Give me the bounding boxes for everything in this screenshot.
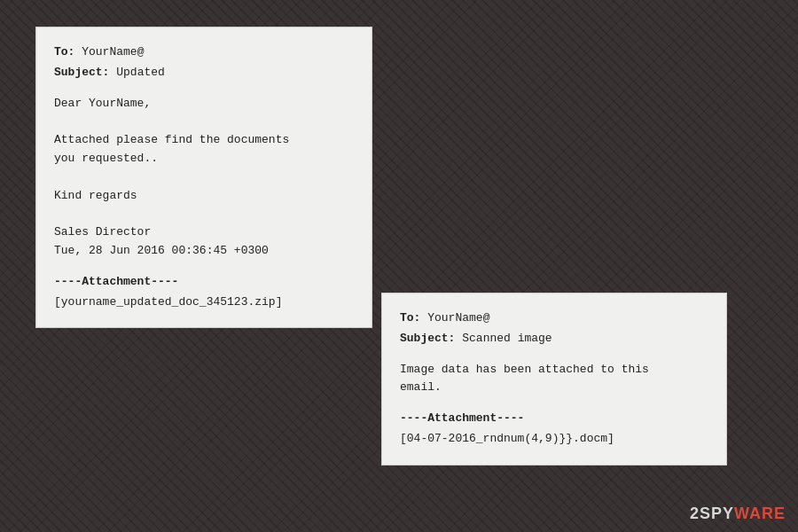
email2-to-label: To: xyxy=(400,311,420,325)
email2-subject-line: Subject: Scanned image xyxy=(400,330,708,348)
email1-body: Dear YourName, Attached please find the … xyxy=(54,95,354,261)
watermark-spy: SPY xyxy=(700,505,734,522)
email2-attachment: ----Attachment---- [04-07-2016_rndnum(4,… xyxy=(400,410,708,449)
email-card-1: To: YourName@ Subject: Updated Dear Your… xyxy=(35,27,372,328)
email2-subject-value: Scanned image xyxy=(462,332,552,345)
email2-to-value: YourName@ xyxy=(427,311,489,325)
watermark-ware: WARE xyxy=(734,505,786,522)
email1-to-line: To: YourName@ xyxy=(54,43,354,62)
email1-attachment-header: ----Attachment---- xyxy=(54,273,354,292)
email1-subject-label: Subject: xyxy=(54,66,109,79)
email1-to-label: To: xyxy=(54,45,74,59)
email-card-2: To: YourName@ Subject: Scanned image Ima… xyxy=(381,293,727,466)
email2-attachment-header: ----Attachment---- xyxy=(400,410,708,428)
watermark: 2SPYWARE xyxy=(690,505,786,523)
email2-subject-label: Subject: xyxy=(400,332,455,345)
email2-attachment-filename: [04-07-2016_rndnum(4,9)}}.docm] xyxy=(400,430,708,449)
email1-attachment-filename: [yourname_updated_doc_345123.zip] xyxy=(54,293,354,312)
email2-body: Image data has been attached to this ema… xyxy=(400,361,708,398)
email2-to-line: To: YourName@ xyxy=(400,309,708,328)
email1-to-value: YourName@ xyxy=(82,45,144,59)
email1-subject-line: Subject: Updated xyxy=(54,64,354,82)
email1-attachment: ----Attachment---- [yourname_updated_doc… xyxy=(54,273,354,312)
email1-subject-value: Updated xyxy=(116,66,165,79)
watermark-prefix: 2 xyxy=(690,505,700,522)
